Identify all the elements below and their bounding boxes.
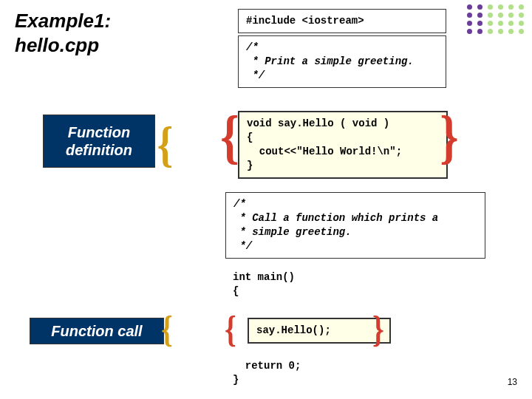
label-function-call: Function call <box>30 318 164 344</box>
decor-dots <box>467 4 526 34</box>
page-number: 13 <box>508 377 517 387</box>
label-text: Function definition <box>44 123 154 159</box>
brace-icon: { <box>225 307 236 350</box>
brace-icon: { <box>220 103 239 171</box>
code-main-open: int main() { <box>225 266 462 303</box>
label-text: Function call <box>51 322 142 340</box>
code-function-definition: void say.Hello ( void ) { cout<<"Hello W… <box>238 111 448 179</box>
brace-icon: { <box>157 115 173 174</box>
label-function-definition: Function definition <box>43 115 155 168</box>
code-function-call: say.Hello(); <box>248 318 391 344</box>
code-main-close: return 0; } <box>225 355 388 392</box>
brace-icon: { <box>161 307 173 350</box>
code-include: #include <iostream> <box>238 9 446 33</box>
brace-icon: { <box>440 103 458 171</box>
slide-title: Example1: hello.cpp <box>15 9 111 57</box>
title-line2: hello.cpp <box>15 34 99 56</box>
code-comment-call: /* * Call a function which prints a * si… <box>225 192 485 259</box>
brace-icon: { <box>372 307 384 350</box>
title-line1: Example1: <box>15 10 111 32</box>
code-comment-greeting: /* * Print a simple greeting. */ <box>238 35 446 88</box>
